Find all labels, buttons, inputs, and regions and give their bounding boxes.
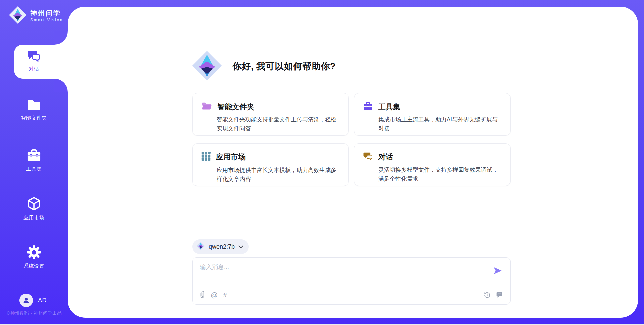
app-root: { "brand": { "name": "神州问学", "subtitle":… xyxy=(0,0,644,325)
sidebar-item-label: 对话 xyxy=(29,66,39,72)
user-name: AD xyxy=(38,297,47,304)
card-description: 集成市场上主流工具，助力AI与外界无缝扩展与对接 xyxy=(378,115,502,133)
model-name: qwen2:7b xyxy=(209,243,235,250)
message-composer: @ # xyxy=(192,257,511,305)
card-title: 对话 xyxy=(378,152,393,162)
sidebar-item-label: 智能文件夹 xyxy=(21,115,47,121)
folder-icon xyxy=(26,99,42,111)
topic-icon[interactable]: # xyxy=(223,291,227,298)
message-input[interactable] xyxy=(199,262,486,283)
copyright-text: ©神州数码 · 神州问学出品 xyxy=(7,310,62,316)
chat-icon xyxy=(363,152,373,162)
card-description: 智能文件夹功能支持批量文件上传与清洗，轻松实现文件问答 xyxy=(217,115,340,133)
card-title: 应用市场 xyxy=(216,152,246,162)
mention-icon[interactable]: @ xyxy=(211,291,218,298)
attachment-icon[interactable] xyxy=(199,291,205,298)
card-toolset[interactable]: 工具集 集成市场上主流工具，助力AI与外界无缝扩展与对接 xyxy=(354,93,511,136)
card-title: 智能文件夹 xyxy=(217,102,254,112)
avatar xyxy=(19,294,33,307)
history-icon[interactable] xyxy=(484,291,491,298)
toolbox-icon xyxy=(363,102,373,112)
card-smart-folder[interactable]: 智能文件夹 智能文件夹功能支持批量文件上传与清洗，轻松实现文件问答 xyxy=(192,93,349,136)
card-chat[interactable]: 对话 灵活切换多模型文件，支持多样回复效果调试，满足个性化需求 xyxy=(354,143,511,186)
folder-open-icon xyxy=(201,102,212,112)
sidebar-item-settings[interactable]: 系统设置 xyxy=(0,245,68,269)
composer-toolbar: @ # xyxy=(199,284,503,305)
sidebar-item-toolset[interactable]: 工具集 xyxy=(0,149,68,172)
feedback-icon[interactable] xyxy=(496,291,503,298)
card-description: 灵活切换多模型文件，支持多样回复效果调试，满足个性化需求 xyxy=(378,166,502,184)
hero-diamond-icon xyxy=(192,50,222,82)
strip-divider xyxy=(285,324,285,325)
sidebar-item-label: 应用市场 xyxy=(23,215,44,221)
brand-name: 神州问学 xyxy=(30,9,63,17)
sidebar-item-smart-folder[interactable]: 智能文件夹 xyxy=(0,99,68,121)
brand-diamond-icon xyxy=(9,6,27,25)
chevron-down-icon xyxy=(238,244,243,250)
brand-subtitle: Smart Vision xyxy=(30,18,63,22)
chat-icon xyxy=(27,50,41,62)
sidebar-item-label: 系统设置 xyxy=(23,263,44,269)
card-description: 应用市场提供丰富长文本模板，助力高效生成多样化文章内容 xyxy=(217,166,340,184)
bottom-edge-strip xyxy=(0,324,644,325)
brand-logo: 神州问学 Smart Vision xyxy=(9,6,63,25)
card-title: 工具集 xyxy=(378,102,400,112)
cube-icon xyxy=(27,196,41,211)
greeting-text: 你好, 我可以如何帮助你? xyxy=(232,60,336,72)
hero-greeting: 你好, 我可以如何帮助你? xyxy=(192,50,336,82)
card-app-market[interactable]: 应用市场 应用市场提供丰富长文本模板，助力高效生成多样化文章内容 xyxy=(192,143,349,186)
grid-icon xyxy=(201,152,211,162)
strip-divider xyxy=(308,324,308,325)
sidebar-item-label: 工具集 xyxy=(26,166,42,172)
feature-card-grid: 智能文件夹 智能文件夹功能支持批量文件上传与清洗，轻松实现文件问答 工具集 集成… xyxy=(192,93,511,186)
diamond-logo-icon xyxy=(196,242,205,252)
send-icon[interactable] xyxy=(493,266,503,276)
model-selector[interactable]: qwen2:7b xyxy=(192,239,249,254)
sidebar-item-chat[interactable]: 对话 xyxy=(0,50,68,72)
toolbox-icon xyxy=(26,149,42,162)
sidebar-item-app-market[interactable]: 应用市场 xyxy=(0,196,68,221)
user-profile[interactable]: AD xyxy=(19,294,47,307)
gear-icon xyxy=(27,245,41,259)
